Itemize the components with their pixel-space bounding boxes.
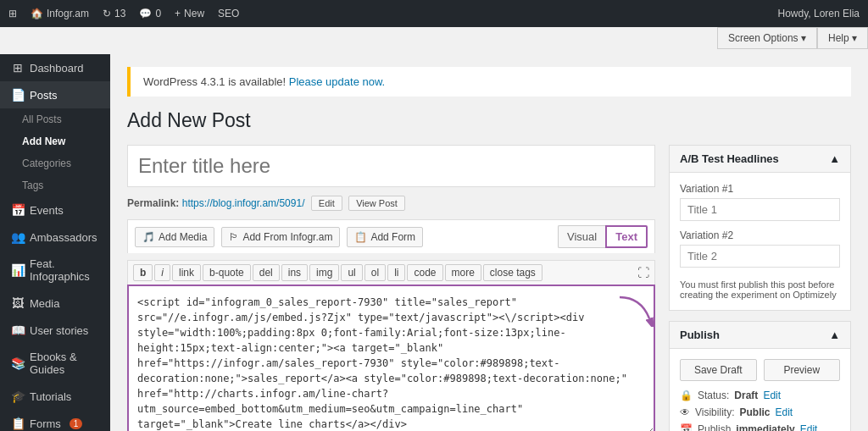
img-button[interactable]: img xyxy=(309,264,339,281)
refresh-icon: ↻ xyxy=(103,8,111,19)
ab-test-panel-content: Variation #1 Variation #2 You must first… xyxy=(670,173,850,310)
user-stories-icon: 📖 xyxy=(11,323,25,337)
screen-options-button[interactable]: Screen Options ▾ xyxy=(717,27,817,49)
view-post-button[interactable]: View Post xyxy=(348,196,405,211)
ins-button[interactable]: ins xyxy=(281,264,308,281)
status-edit-link[interactable]: Edit xyxy=(763,390,781,401)
wp-logo[interactable]: ⊞ xyxy=(8,8,17,19)
media-icon: 🖼 xyxy=(11,296,25,310)
publish-panel: Publish ▲ Save Draft Preview 🔒 Status: D… xyxy=(669,321,851,431)
permalink-edit-button[interactable]: Edit xyxy=(311,196,342,211)
save-draft-button[interactable]: Save Draft xyxy=(680,359,757,381)
sidebar-item-feat-infographics[interactable]: 📊 Feat. Infographics xyxy=(0,251,110,290)
events-icon: 📅 xyxy=(11,203,25,217)
publish-panel-header: Publish ▲ xyxy=(670,322,850,349)
calendar-icon: 📅 xyxy=(680,423,693,431)
sidebar-item-posts[interactable]: 📄 Posts xyxy=(0,81,110,108)
top-bar-right: Screen Options ▾ Help ▾ xyxy=(717,27,868,49)
blockquote-button[interactable]: b-quote xyxy=(203,264,251,281)
sidebar-item-media[interactable]: 🖼 Media xyxy=(0,290,110,317)
comment-icon: 💬 xyxy=(139,8,152,19)
variation1-input[interactable] xyxy=(680,198,840,221)
sidebar-item-all-posts[interactable]: All Posts xyxy=(0,108,110,130)
ebooks-icon: 📚 xyxy=(11,356,25,370)
code-button[interactable]: code xyxy=(407,264,442,281)
ab-test-panel-header: A/B Test Headlines ▲ xyxy=(670,146,850,173)
add-from-infogram-button[interactable]: 🏳 Add From Infogr.am xyxy=(221,227,340,247)
permalink-url[interactable]: https://blog.infogr.am/5091/ xyxy=(182,197,305,209)
update-count[interactable]: ↻ 13 xyxy=(103,8,125,19)
status-icon: 🔒 xyxy=(680,390,693,401)
variation2-label: Variation #2 xyxy=(680,229,840,241)
sidebar-item-forms[interactable]: 📋 Forms 1 xyxy=(0,410,110,431)
editor-area: Permalink: https://blog.infogr.am/5091/ … xyxy=(127,145,851,431)
media-upload-icon: 🎵 xyxy=(142,231,155,243)
forms-icon: 📋 xyxy=(11,417,25,430)
user-greeting[interactable]: Howdy, Loren Elia xyxy=(778,8,860,19)
wp-icon: ⊞ xyxy=(8,8,17,19)
add-form-button[interactable]: 📋 Add Form xyxy=(347,227,423,247)
arrow-indicator xyxy=(615,293,658,329)
infographics-icon: 📊 xyxy=(11,263,25,277)
update-link[interactable]: Please update now. xyxy=(289,75,385,88)
sidebar-item-add-new[interactable]: Add New xyxy=(0,130,110,152)
format-toolbar: b i link b-quote del ins img ul ol li co… xyxy=(127,260,655,285)
status-row: 🔒 Status: Draft Edit xyxy=(680,390,840,401)
collapse-icon[interactable]: ▲ xyxy=(829,152,840,165)
sidebar-item-tags[interactable]: Tags xyxy=(0,174,110,196)
update-notice: WordPress 4.3.1 is available! Please upd… xyxy=(127,67,851,97)
admin-bar: ⊞ 🏠 Infogr.am ↻ 13 💬 0 + New SEO Howdy, … xyxy=(0,0,868,27)
ambassadors-icon: 👥 xyxy=(11,230,25,244)
admin-bar-right: Howdy, Loren Elia xyxy=(778,8,860,19)
visual-tab[interactable]: Visual xyxy=(558,225,605,248)
publish-collapse-icon[interactable]: ▲ xyxy=(829,329,840,341)
variation1-label: Variation #1 xyxy=(680,183,840,195)
del-button[interactable]: del xyxy=(253,264,280,281)
more-button[interactable]: more xyxy=(445,264,481,281)
site-icon: 🏠 xyxy=(31,8,43,19)
comments-count[interactable]: 💬 0 xyxy=(139,8,161,19)
infogram-icon: 🏳 xyxy=(229,231,239,243)
add-media-button[interactable]: 🎵 Add Media xyxy=(135,227,214,247)
variation2-input[interactable] xyxy=(680,245,840,268)
link-button[interactable]: link xyxy=(172,264,201,281)
sidebar-item-dashboard[interactable]: ⊞ Dashboard xyxy=(0,54,110,81)
italic-button[interactable]: i xyxy=(154,264,170,281)
preview-button[interactable]: Preview xyxy=(764,359,841,381)
sidebar-item-events[interactable]: 📅 Events xyxy=(0,196,110,224)
ab-test-note: You must first publish this post before … xyxy=(680,279,840,300)
site-name[interactable]: 🏠 Infogr.am xyxy=(31,8,89,19)
bold-button[interactable]: b xyxy=(133,264,153,281)
text-editor[interactable] xyxy=(127,285,655,431)
publish-time-value: immediately xyxy=(736,423,794,431)
visibility-icon: 👁 xyxy=(680,406,690,418)
page-title: Add New Post xyxy=(127,109,851,132)
permalink: Permalink: https://blog.infogr.am/5091/ … xyxy=(127,196,655,211)
sidebar-item-categories[interactable]: Categories xyxy=(0,152,110,174)
ol-button[interactable]: ol xyxy=(364,264,386,281)
text-tab[interactable]: Text xyxy=(605,225,648,248)
help-button[interactable]: Help ▾ xyxy=(817,27,868,49)
close-tags-button[interactable]: close tags xyxy=(483,264,542,281)
sidebar-item-ebooks[interactable]: 📚 Ebooks & Guides xyxy=(0,344,110,383)
sidebar-item-user-stories[interactable]: 📖 User stories xyxy=(0,317,110,344)
visibility-row: 👁 Visibility: Public Edit xyxy=(680,406,840,418)
publish-panel-content: Save Draft Preview 🔒 Status: Draft Edit … xyxy=(670,349,850,431)
dashboard-icon: ⊞ xyxy=(11,61,25,75)
sidebar-item-ambassadors[interactable]: 👥 Ambassadors xyxy=(0,224,110,251)
ab-test-panel: A/B Test Headlines ▲ Variation #1 Variat… xyxy=(669,145,851,311)
ul-button[interactable]: ul xyxy=(341,264,362,281)
visibility-value: Public xyxy=(739,406,770,418)
fullscreen-icon[interactable]: ⛶ xyxy=(637,266,649,279)
publish-time-edit-link[interactable]: Edit xyxy=(800,423,818,431)
li-button[interactable]: li xyxy=(387,264,405,281)
seo-item[interactable]: SEO xyxy=(218,8,239,19)
plus-icon: + xyxy=(175,8,181,19)
sidebar-item-tutorials[interactable]: 🎓 Tutorials xyxy=(0,383,110,410)
sidebar: ⊞ Dashboard 📄 Posts All Posts Add New Ca… xyxy=(0,54,110,431)
posts-icon: 📄 xyxy=(11,88,25,102)
visibility-edit-link[interactable]: Edit xyxy=(775,406,793,418)
new-content-button[interactable]: + New xyxy=(175,8,204,19)
publish-buttons: Save Draft Preview xyxy=(680,359,840,381)
post-title-input[interactable] xyxy=(127,145,655,187)
